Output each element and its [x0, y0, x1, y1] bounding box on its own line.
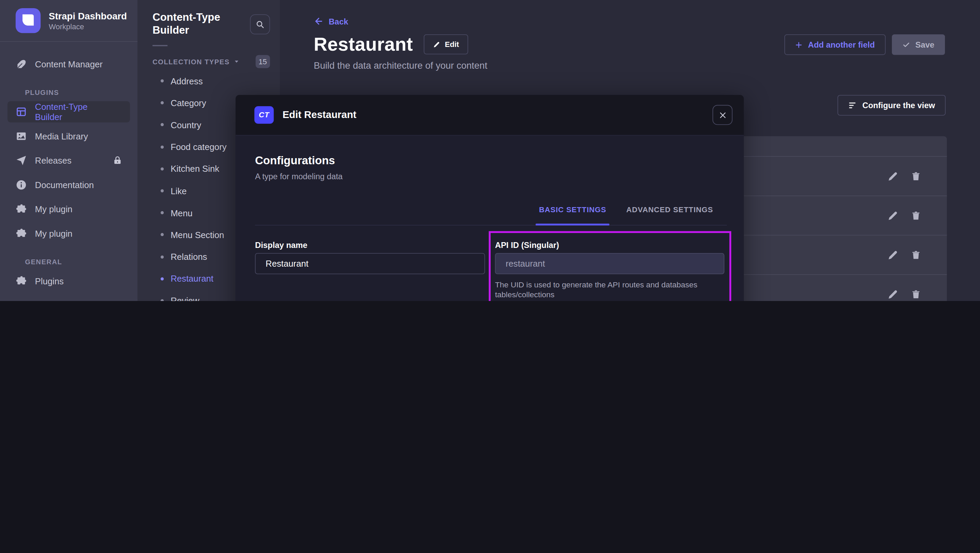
sidebar-item[interactable]: My plugin — [8, 199, 130, 220]
sidebar-item[interactable]: My plugin — [8, 223, 130, 244]
search-icon — [256, 20, 264, 29]
configurations-title: Configurations — [255, 154, 335, 168]
display-name-input[interactable] — [255, 253, 485, 274]
collection-type-label: Like — [170, 186, 186, 195]
api-id-singular-hint: The UID is used to generate the API rout… — [495, 280, 724, 300]
bullet-icon — [161, 101, 164, 105]
general-nav-list: Plugins Marketplace Settings — [0, 270, 137, 301]
bullet-icon — [161, 145, 164, 148]
tabs-divider — [255, 225, 727, 226]
chevron-down-icon — [234, 59, 240, 65]
trash-icon — [911, 250, 921, 261]
sidebar-item[interactable]: Content-Type Builder — [8, 101, 130, 122]
collection-type-label: Review — [170, 296, 199, 301]
bullet-icon — [161, 124, 164, 127]
api-id-singular-input[interactable] — [495, 253, 724, 274]
workspace-subtitle: Workplace — [49, 22, 127, 31]
lock-icon — [113, 229, 123, 238]
strapi-logo-icon — [16, 8, 40, 33]
modal-body: Configurations A type for modeling data … — [235, 136, 743, 301]
title-rule — [153, 45, 167, 46]
builder-sidebar-title: Content-Type Builder — [153, 11, 234, 37]
close-icon — [718, 111, 727, 119]
check-icon — [902, 41, 910, 48]
pencil-icon — [888, 289, 898, 300]
edit-field-button[interactable] — [888, 250, 898, 261]
edit-field-button[interactable] — [888, 171, 898, 182]
app-sidebar: Strapi Dashboard Workplace Content Manag… — [0, 0, 137, 301]
collection-types-count: 15 — [256, 55, 270, 68]
delete-field-button[interactable] — [911, 211, 921, 221]
trash-icon — [911, 171, 921, 182]
collection-type-item[interactable]: Address — [137, 70, 280, 92]
configure-view-button[interactable]: Configure the view — [837, 95, 946, 116]
collection-type-label: Address — [170, 76, 202, 86]
save-button[interactable]: Save — [891, 34, 945, 55]
settings-tab[interactable]: ADVANCED SETTINGS — [623, 205, 716, 225]
pencil-icon — [433, 41, 440, 48]
app-window: Back Restaurant Edit Build the data arch… — [0, 0, 980, 301]
page-subtitle: Build the data architecture of your cont… — [314, 60, 980, 70]
item-icon — [16, 204, 27, 215]
lock-icon — [113, 107, 123, 117]
search-button[interactable] — [250, 14, 270, 34]
delete-field-button[interactable] — [911, 250, 921, 261]
collection-types-label[interactable]: COLLECTION TYPES — [153, 58, 230, 65]
pencil-icon — [888, 211, 898, 221]
edit-field-button[interactable] — [888, 211, 898, 221]
settings-tab[interactable]: BASIC SETTINGS — [536, 205, 609, 225]
page-title: Restaurant — [314, 34, 413, 55]
bullet-icon — [161, 189, 164, 192]
lock-icon — [113, 180, 123, 190]
item-icon — [16, 179, 27, 191]
pencil-icon — [888, 250, 898, 261]
lock-icon — [113, 204, 123, 214]
collection-types-section-header: COLLECTION TYPES 15 — [137, 55, 280, 68]
collection-type-label: Relations — [170, 252, 207, 262]
bullet-icon — [161, 299, 164, 301]
settings-tabs: BASIC SETTINGS ADVANCED SETTINGS — [536, 205, 716, 225]
delete-field-button[interactable] — [911, 289, 921, 300]
modal-title: Edit Restaurant — [282, 109, 356, 121]
edit-restaurant-modal: CT Edit Restaurant Configurations A type… — [235, 95, 743, 301]
edit-button[interactable]: Edit — [424, 34, 469, 54]
bullet-icon — [161, 167, 164, 170]
item-icon — [16, 228, 27, 239]
collection-type-label: Category — [170, 98, 206, 108]
lock-icon — [113, 131, 123, 141]
workspace-brand[interactable]: Strapi Dashboard Workplace — [0, 0, 137, 41]
back-link[interactable]: Back — [314, 16, 348, 26]
sidebar-item[interactable]: Media Library — [8, 126, 130, 146]
delete-field-button[interactable] — [911, 171, 921, 182]
plus-icon — [795, 41, 802, 48]
close-modal-button[interactable] — [713, 105, 733, 125]
item-icon — [16, 275, 27, 287]
collection-type-label: Food category — [170, 142, 226, 152]
bullet-icon — [161, 255, 164, 258]
workspace-title: Strapi Dashboard — [49, 10, 127, 21]
edit-field-button[interactable] — [888, 289, 898, 300]
arrow-left-icon — [314, 16, 324, 26]
sidebar-item[interactable]: Marketplace — [8, 295, 130, 301]
item-icon — [16, 106, 27, 118]
section-label-plugins: PLUGINS — [25, 89, 137, 96]
bullet-icon — [161, 211, 164, 214]
bullet-icon — [161, 233, 164, 236]
modal-header: CT Edit Restaurant — [235, 95, 743, 135]
collection-type-label: Menu — [170, 208, 192, 218]
collection-type-label: Kitchen Sink — [170, 164, 219, 174]
plugins-nav-list: Content-Type Builder Media Library Relea… — [0, 101, 137, 245]
sidebar-item-content-manager[interactable]: Content Manager — [8, 54, 130, 75]
bullet-icon — [161, 277, 164, 280]
feather-icon — [16, 59, 27, 70]
display-name-label: Display name — [255, 240, 485, 250]
sidebar-item[interactable]: Releases — [8, 150, 130, 171]
content-type-badge: CT — [255, 106, 274, 124]
add-another-field-button[interactable]: Add another field — [784, 34, 885, 55]
section-label-general: GENERAL — [25, 258, 137, 265]
sidebar-item[interactable]: Documentation — [8, 174, 130, 195]
collection-type-label: Menu Section — [170, 230, 224, 240]
sidebar-item[interactable]: Plugins — [8, 270, 130, 291]
bullet-icon — [161, 79, 164, 82]
filter-icon — [848, 101, 857, 110]
